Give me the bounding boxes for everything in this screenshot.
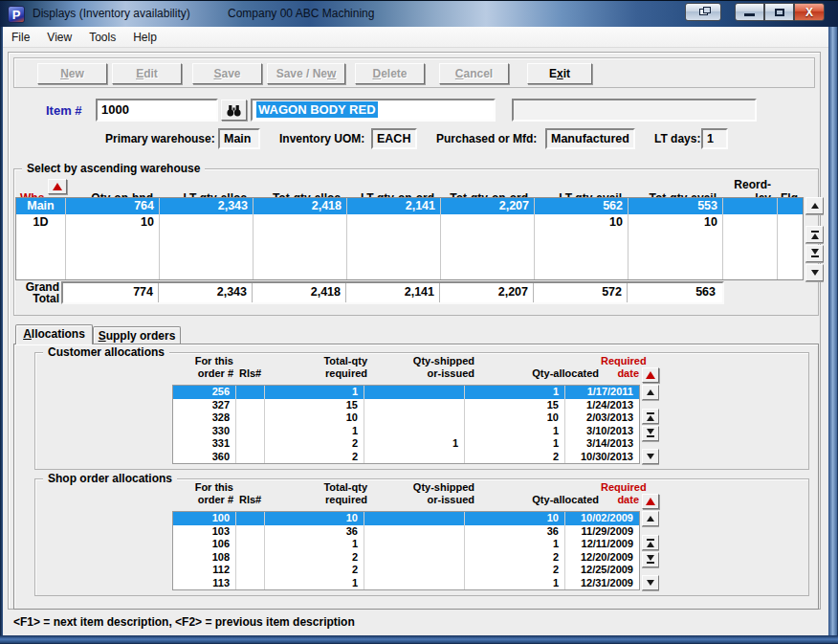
table-cell <box>347 247 441 263</box>
shop-allocations-scrollbar[interactable] <box>642 511 659 590</box>
table-cell: 256 <box>173 386 236 399</box>
tab-supply-orders[interactable]: Supply orders <box>93 326 181 344</box>
item-number-label: Item # <box>46 103 82 118</box>
table-row[interactable]: 32810102/03/2013 <box>173 411 639 425</box>
table-row[interactable]: 330113/10/2013 <box>173 425 639 438</box>
table-row[interactable]: 256111/17/2011 <box>173 386 639 399</box>
table-row[interactable]: 3312113/14/2013 <box>173 437 639 451</box>
table-cell: 1 <box>265 538 364 551</box>
scroll-page-up-button[interactable] <box>805 226 824 243</box>
minimize-button[interactable] <box>735 3 764 21</box>
table-row[interactable]: 1061112/11/2009 <box>173 538 639 551</box>
warehouse-sort-button[interactable] <box>48 179 67 194</box>
table-cell <box>364 512 465 525</box>
edit-button[interactable]: Edit <box>112 63 182 84</box>
tab-allocations[interactable]: Allocations <box>15 324 93 344</box>
table-row[interactable]: 100101010/02/2009 <box>173 512 639 525</box>
customer-required-date-sort-button[interactable] <box>642 367 659 383</box>
table-row[interactable]: 3602210/30/2013 <box>173 451 639 464</box>
table-cell <box>160 263 254 279</box>
empty-row[interactable] <box>16 231 803 247</box>
title-bar[interactable]: P Displays (Inventory availability) Comp… <box>0 0 838 27</box>
warehouse-scrollbar[interactable] <box>805 197 824 281</box>
maximize-button[interactable] <box>764 3 794 21</box>
scroll-down-button[interactable] <box>642 575 659 590</box>
table-cell: 36 <box>465 525 565 539</box>
close-button[interactable]: X <box>794 3 825 21</box>
column-header: For thisorder # <box>172 481 235 506</box>
column-header: Qty-allocated <box>476 367 601 380</box>
cancel-button[interactable]: Cancel <box>439 63 509 84</box>
scroll-page-down-button[interactable] <box>642 552 659 567</box>
lt-days-value: 1 <box>701 128 728 149</box>
table-cell: 2,141 <box>347 198 441 214</box>
table-cell <box>441 231 535 247</box>
scroll-up-button[interactable] <box>642 511 659 526</box>
table-cell: 10 <box>66 214 160 231</box>
shop-allocations-header: For thisorder #Rls#Total-qtyrequiredQty-… <box>172 481 641 506</box>
menu-file[interactable]: File <box>3 28 38 47</box>
table-row[interactable]: 1D101010 <box>16 214 803 231</box>
new-button[interactable]: New <box>37 63 107 84</box>
customer-allocations-scrollbar[interactable] <box>642 385 659 464</box>
arrow-up-icon <box>647 389 654 395</box>
bar-icon <box>647 539 654 541</box>
window-title: Displays (Inventory availability) <box>33 7 190 20</box>
scroll-track[interactable] <box>805 216 824 226</box>
table-row[interactable]: 1131112/31/2009 <box>173 577 639 590</box>
item-number-input[interactable]: 1000 <box>96 99 218 122</box>
scroll-page-down-button[interactable] <box>642 426 659 441</box>
table-cell: 112 <box>173 564 236 577</box>
item-description-field[interactable]: WAGON BODY RED <box>251 99 496 122</box>
table-cell <box>254 231 347 247</box>
warehouse-table[interactable]: Main7642,3432,4182,1412,2075625531D10101… <box>15 197 804 280</box>
scroll-down-button[interactable] <box>642 449 659 464</box>
table-cell: 1/17/2011 <box>565 386 639 399</box>
table-cell <box>778 214 803 231</box>
table-cell <box>236 411 265 425</box>
menu-tools[interactable]: Tools <box>80 28 124 47</box>
table-cell <box>723 231 778 247</box>
scroll-up-button[interactable] <box>805 197 824 214</box>
column-header: Total-qtyrequired <box>264 355 369 380</box>
arrow-down-icon <box>811 270 819 276</box>
table-row[interactable]: Main7642,3432,4182,1412,207562553 <box>16 198 803 214</box>
table-cell: 36 <box>265 525 364 539</box>
window-border-right <box>828 27 838 635</box>
bar-icon <box>647 412 654 414</box>
item-extra-field[interactable] <box>512 99 757 122</box>
table-cell: 113 <box>173 577 236 590</box>
exit-button[interactable]: Exit <box>527 63 592 84</box>
table-cell <box>364 564 465 577</box>
app-icon: P <box>8 6 25 23</box>
scroll-up-button[interactable] <box>642 385 659 400</box>
table-row[interactable]: 1082212/20/2009 <box>173 551 639 565</box>
menu-help[interactable]: Help <box>124 28 165 47</box>
empty-row[interactable] <box>16 263 803 279</box>
customer-allocations-table[interactable]: 256111/17/201132715151/24/201332810102/0… <box>172 385 640 464</box>
scroll-down-button[interactable] <box>805 264 824 281</box>
delete-button[interactable]: Delete <box>355 63 425 84</box>
table-row[interactable]: 103363611/29/2009 <box>173 525 639 539</box>
shop-allocations-table[interactable]: 100101010/02/2009103363611/29/2009106111… <box>172 511 640 590</box>
empty-row[interactable] <box>16 247 803 263</box>
grand-total-cell: 572 <box>534 283 628 302</box>
table-cell <box>441 247 535 263</box>
shop-required-date-sort-button[interactable] <box>642 494 659 509</box>
menu-view[interactable]: View <box>38 28 80 47</box>
table-row[interactable]: 1122212/25/2009 <box>173 564 639 577</box>
item-lookup-button[interactable] <box>221 100 247 121</box>
table-cell: 1 <box>265 425 364 438</box>
table-cell <box>347 214 441 231</box>
save-new-button[interactable]: Save / New <box>267 63 345 84</box>
child-restore-button[interactable] <box>685 3 721 21</box>
arrow-up-icon <box>647 415 654 421</box>
scroll-page-down-button[interactable] <box>805 245 824 262</box>
table-cell: 11/29/2009 <box>565 525 639 539</box>
arrow-down-icon <box>647 555 654 561</box>
table-row[interactable]: 32715151/24/2013 <box>173 399 639 412</box>
table-cell <box>364 551 465 565</box>
scroll-page-up-button[interactable] <box>642 409 659 424</box>
scroll-page-up-button[interactable] <box>642 535 659 550</box>
save-button[interactable]: Save <box>192 63 262 84</box>
